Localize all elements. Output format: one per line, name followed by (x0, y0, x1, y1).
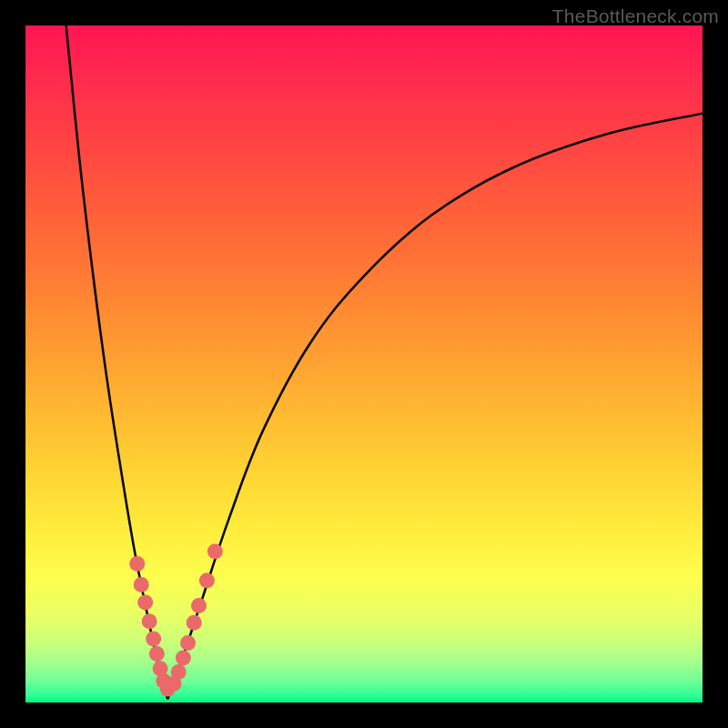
data-point (142, 613, 157, 629)
left-branch-curve (66, 25, 168, 699)
data-point (146, 632, 161, 647)
plot-area (25, 25, 703, 703)
data-point (176, 650, 191, 665)
outer-frame: TheBottleneck.com (0, 0, 728, 728)
data-point (149, 646, 165, 662)
data-point (199, 573, 215, 589)
data-point (129, 556, 145, 571)
chart-svg (25, 25, 703, 703)
data-point (137, 594, 153, 610)
data-points (129, 544, 223, 697)
right-branch-curve (167, 114, 703, 700)
data-point (187, 615, 202, 631)
data-point (191, 598, 207, 613)
data-point (180, 635, 196, 651)
data-point (134, 577, 149, 592)
data-point (207, 544, 223, 560)
watermark-label: TheBottleneck.com (552, 5, 719, 27)
data-point (171, 664, 187, 680)
